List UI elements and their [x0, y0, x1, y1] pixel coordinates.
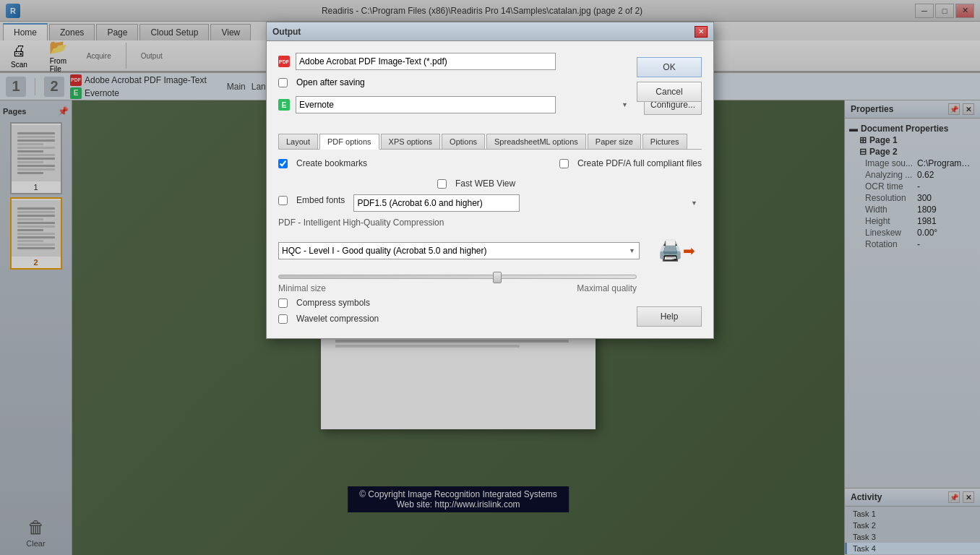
slider-max-label: Maximal quality [577, 283, 637, 293]
pdf-version-select[interactable]: PDF1.5 (Acrobat 6.0 and higher) [353, 194, 520, 212]
format-select[interactable]: Adobe Acrobat PDF Image-Text (*.pdf) [296, 53, 556, 70]
compression-section-label: PDF - Intelligent High-Quality Compressi… [278, 218, 702, 228]
embed-fonts-label: Embed fonts [296, 195, 345, 205]
create-bookmarks-row: Create bookmarks [278, 158, 367, 168]
quality-slider-row [278, 275, 637, 279]
dialog-tabs: Layout PDF options XPS options Options S… [278, 134, 702, 150]
evernote-select[interactable]: Evernote [296, 96, 556, 113]
compression-select-wrapper: HQC - Level I - Good quality (Acrobat 5.… [278, 242, 640, 259]
dialog-pdf-icon: PDF [278, 56, 290, 67]
compress-symbols-label: Compress symbols [296, 298, 370, 308]
tab-pdf-options[interactable]: PDF options [319, 134, 379, 150]
fast-web-view-checkbox[interactable] [437, 179, 447, 189]
wavelet-checkbox[interactable] [278, 314, 288, 324]
wavelet-label: Wavelet compression [296, 314, 379, 324]
open-after-saving-label: Open after saving [296, 77, 365, 87]
quality-slider-track[interactable] [278, 275, 637, 279]
dialog-body: PDF Adobe Acrobat PDF Image-Text (*.pdf)… [267, 41, 713, 134]
tab-paper-size[interactable]: Paper size [588, 134, 641, 149]
slider-labels: Minimal size Maximal quality [278, 283, 637, 293]
modal-overlay: Output ✕ PDF Adobe Acrobat PDF Image-Tex… [0, 0, 980, 555]
output-dialog: Output ✕ PDF Adobe Acrobat PDF Image-Tex… [266, 22, 714, 339]
tab-spreadsheetml[interactable]: SpreadsheetML options [486, 134, 586, 149]
create-pdfa-label: Create PDF/A full compliant files [577, 158, 702, 168]
embed-fonts-check-row: Embed fonts [278, 195, 345, 205]
tab-layout[interactable]: Layout [278, 134, 318, 149]
create-pdfa-checkbox[interactable] [559, 159, 569, 168]
dialog-action-buttons: OK Cancel [637, 57, 702, 102]
fast-web-view-row: Fast WEB View [437, 178, 702, 189]
evernote-select-wrapper: Evernote [296, 96, 632, 113]
create-bookmarks-label: Create bookmarks [296, 158, 367, 168]
slider-min-label: Minimal size [278, 283, 326, 293]
cancel-button[interactable]: Cancel [637, 82, 702, 102]
quality-slider-thumb[interactable] [493, 272, 502, 283]
create-pdfa-row: Create PDF/A full compliant files [559, 158, 702, 168]
help-button[interactable]: Help [637, 306, 702, 327]
create-bookmarks-checkbox[interactable] [278, 159, 288, 168]
open-after-saving-checkbox[interactable] [278, 78, 288, 87]
dialog-close-button[interactable]: ✕ [695, 26, 708, 38]
pdf-options-row1: Create bookmarks Create PDF/A full compl… [278, 158, 702, 174]
dialog-title: Output [272, 27, 301, 37]
compression-image: 🖨️ ➡ [651, 231, 702, 270]
dialog-title-bar: Output ✕ [267, 22, 713, 41]
fast-web-view-label: Fast WEB View [455, 178, 515, 189]
compression-row: HQC - Level I - Good quality (Acrobat 5.… [278, 231, 702, 270]
embed-fonts-row: Embed fonts PDF1.5 (Acrobat 6.0 and high… [278, 194, 702, 212]
ok-button[interactable]: OK [637, 57, 702, 77]
tab-options[interactable]: Options [442, 134, 485, 149]
pdf-version-wrapper: PDF1.5 (Acrobat 6.0 and higher) [353, 194, 702, 212]
tab-xps-options[interactable]: XPS options [381, 134, 441, 149]
compression-select[interactable]: HQC - Level I - Good quality (Acrobat 5.… [278, 242, 640, 259]
pdf-options-content: Create bookmarks Create PDF/A full compl… [267, 150, 713, 338]
embed-fonts-checkbox[interactable] [278, 196, 288, 205]
dialog-evernote-icon: E [278, 99, 290, 111]
slider-section: Minimal size Maximal quality [278, 275, 637, 293]
compress-symbols-checkbox[interactable] [278, 298, 288, 308]
tab-pictures[interactable]: Pictures [642, 134, 687, 149]
